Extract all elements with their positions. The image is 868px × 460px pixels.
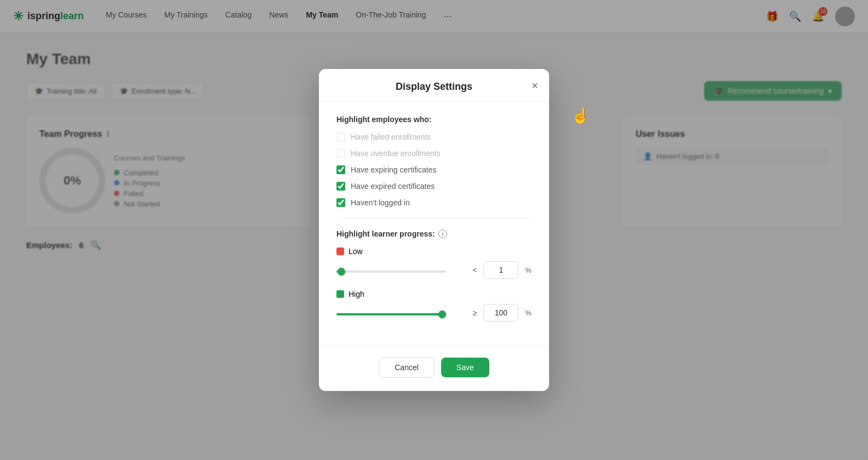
checkbox-failed-row: Have failed enrollments (336, 133, 532, 141)
low-label-row: Low (336, 247, 532, 256)
section-divider (336, 218, 532, 219)
cursor-hand: ☝ (571, 107, 589, 124)
high-label-row: High (336, 290, 532, 298)
checkbox-overdue-label[interactable]: Have overdue enrollments (336, 149, 440, 158)
high-pct-symbol: % (525, 309, 532, 317)
checkbox-failed-label[interactable]: Have failed enrollments (336, 133, 431, 141)
high-value-input[interactable] (483, 304, 518, 321)
modal-footer: Cancel Save (319, 346, 549, 391)
high-slider-wrap (336, 308, 466, 318)
low-label: Low (349, 247, 363, 256)
progress-info-icon: i (438, 229, 447, 238)
checkbox-expired[interactable] (336, 182, 345, 191)
high-slider-row: ≥ % (336, 304, 532, 321)
save-button[interactable]: Save (441, 358, 489, 377)
checkbox-expiring-row: Have expiring certificates (336, 165, 532, 174)
high-slider-group: High ≥ % (336, 290, 532, 321)
low-pct-symbol: % (525, 266, 532, 274)
modal-title: Display Settings (396, 81, 472, 93)
highlight-employees-title: Highlight employees who: (336, 115, 532, 124)
checkbox-logged-in[interactable] (336, 198, 345, 207)
modal-header: Display Settings × (319, 69, 549, 102)
checkbox-failed[interactable] (336, 133, 345, 141)
checkbox-expiring[interactable] (336, 165, 345, 174)
low-symbol: < (472, 266, 477, 274)
checkbox-overdue[interactable] (336, 149, 345, 158)
display-settings-modal: Display Settings × Highlight employees w… (319, 69, 549, 391)
checkbox-expired-label[interactable]: Have expired certificates (336, 182, 435, 191)
highlight-progress-title: Highlight learner progress: i (336, 229, 532, 238)
modal-body: Highlight employees who: Have failed enr… (319, 102, 549, 346)
checkbox-overdue-row: Have overdue enrollments (336, 149, 532, 158)
low-value-input[interactable] (483, 261, 518, 279)
high-color-indicator (336, 290, 344, 298)
low-slider-wrap (336, 265, 466, 275)
cancel-button[interactable]: Cancel (379, 357, 435, 378)
low-slider[interactable] (336, 271, 446, 273)
checkbox-logged-in-row: Haven't logged in (336, 198, 532, 207)
high-symbol: ≥ (473, 308, 477, 317)
low-color-indicator (336, 248, 344, 255)
high-slider[interactable] (336, 313, 446, 315)
checkbox-logged-in-label[interactable]: Haven't logged in (336, 198, 410, 207)
high-label: High (349, 290, 364, 298)
low-slider-group: Low < % (336, 247, 532, 279)
low-slider-row: < % (336, 261, 532, 279)
checkbox-expired-row: Have expired certificates (336, 182, 532, 191)
modal-overlay: Display Settings × Highlight employees w… (0, 0, 868, 460)
checkbox-expiring-label[interactable]: Have expiring certificates (336, 165, 436, 174)
modal-close-button[interactable]: × (532, 80, 538, 91)
